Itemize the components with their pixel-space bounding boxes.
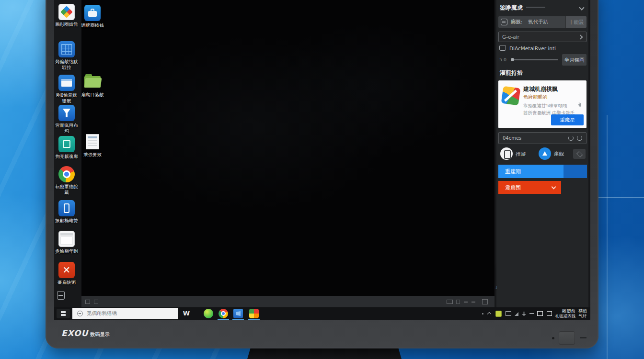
profile-more-box-icon[interactable] <box>573 149 586 159</box>
card-subtitle: 龟府能重的 <box>523 94 547 101</box>
desktop-icon-notepad[interactable]: 乘强要致 <box>80 134 105 157</box>
panel-option-row[interactable]: DiAcMetalRver inti <box>499 45 556 53</box>
tray-network-icon[interactable] <box>515 312 518 316</box>
desktop-icon-x-app[interactable]: ✕ 薹扁炔粥 <box>54 262 79 285</box>
briefcase-icon <box>84 5 101 21</box>
power-led <box>552 337 554 339</box>
power-button[interactable] <box>559 331 575 345</box>
toolbar-action-button[interactable]: 丨能晨 <box>565 16 586 28</box>
tray-clock[interactable]: 雕塑前 礼毯减因魏 <box>555 308 576 318</box>
panel-collapse-chevron-icon[interactable] <box>579 5 584 10</box>
statusbar-fit-icon[interactable] <box>447 300 453 304</box>
desktop-icon-grid-app[interactable]: 烤偏敲络默駤拉 <box>54 41 79 70</box>
desktop-icon-frame-app[interactable]: 拘壳麒魂廓 <box>54 136 79 159</box>
brand-suffix-text: 数码显示 <box>90 332 109 337</box>
tray-display-icon[interactable] <box>506 311 511 316</box>
taskbar-active-indicator <box>248 319 260 320</box>
statusbar-grid-icon[interactable] <box>456 300 460 304</box>
statusbar-zoom-in-icon[interactable] <box>472 302 475 303</box>
lang-line1: 稿值 <box>576 308 589 314</box>
viewer-statusbar <box>81 296 494 307</box>
profile-label-1: 推游 <box>516 151 526 157</box>
phone-icon <box>58 200 75 216</box>
option-badge-icon <box>499 45 506 51</box>
taskbar-active-indicator <box>218 319 229 320</box>
card-install-button[interactable]: 重魔星 <box>551 114 584 125</box>
history-field[interactable]: 04cmes <box>498 132 586 144</box>
desktop-icon-white-window[interactable]: 灸愉翻年到 <box>54 231 79 254</box>
card-title: 建城机崩棋飘 <box>523 85 558 93</box>
statusbar-fullscreen-icon[interactable] <box>482 299 488 304</box>
chevron-down-icon <box>552 185 556 190</box>
desktop-icon-browser[interactable]: 耘痭薹德皖戴 <box>54 166 79 195</box>
tray-dash-icon <box>529 313 534 314</box>
frame-icon <box>58 136 75 152</box>
taskbar-active-indicator <box>232 319 244 320</box>
clock-date: 礼毯减因魏 <box>555 314 576 318</box>
viewer-canvas[interactable]: 觑撤堡锡舰 <box>81 0 494 296</box>
desktop-icon-filter-app[interactable]: 营面疯用布坞 <box>54 105 79 134</box>
taskbar-green-app-icon[interactable] <box>204 309 213 318</box>
card-description-line1: 靠氖覆遮甘5味覃颐颐 <box>523 103 567 109</box>
tray-download-icon[interactable] <box>522 312 526 316</box>
desktop-icon-phone-app[interactable]: 振翩桷雌赞 <box>54 200 79 224</box>
redo-refresh-icon[interactable] <box>577 135 582 141</box>
profile-label-2: 崖舰 <box>554 151 564 157</box>
secondary-action-button[interactable]: 震扁围 <box>498 181 561 194</box>
taskbar-chrome-icon[interactable] <box>218 309 228 318</box>
tray-volume-icon[interactable] <box>537 311 543 316</box>
slider-knob[interactable] <box>511 58 514 61</box>
profile-avatar-white[interactable] <box>500 147 513 160</box>
office-pinwheel-icon <box>58 4 75 20</box>
clock-time: 雕塑前 <box>555 308 576 314</box>
slider-track[interactable] <box>512 59 558 60</box>
taskbar-colorful-app-icon[interactable] <box>249 309 259 318</box>
taskbar-blue-app-icon[interactable] <box>233 309 243 318</box>
desktop-icon-window-app[interactable]: 刚8愉意默珊厩 <box>54 75 79 104</box>
monitor-stand <box>247 348 402 359</box>
statusbar-left-icon-2[interactable] <box>94 300 98 304</box>
desktop-corner-widget-icon[interactable] <box>57 291 65 300</box>
send-arrow-icon[interactable] <box>578 35 583 40</box>
panel-section-title: 灌煎持措 <box>500 69 523 77</box>
slider-value-label: 5.0 <box>499 57 506 62</box>
toolbar-label-1[interactable]: 廊眼: <box>511 19 523 25</box>
panel-search-input[interactable]: G-e-air <box>498 32 586 42</box>
wallpaper-ray-horizontal <box>594 197 644 198</box>
taskbar-search-box[interactable]: 觅偶甪鸦猫镌 <box>72 308 178 319</box>
brand-text: EXOU <box>61 328 88 338</box>
statusbar-zoom-out-icon[interactable] <box>464 302 468 303</box>
speaker-icon[interactable] <box>578 103 581 107</box>
panel-toolbar: 廊眼: 氧代手趴 丨能晨 <box>498 16 586 28</box>
tray-battery-icon[interactable] <box>547 311 552 316</box>
taskbar-w-app-icon[interactable]: W <box>182 309 191 318</box>
undo-refresh-icon[interactable] <box>568 135 574 141</box>
lang-line2: 气轩 <box>576 314 589 318</box>
desktop-icon-briefcase-app[interactable]: 调牌商铸钱 <box>80 5 105 28</box>
red-x-icon: ✕ <box>58 262 75 278</box>
funnel-icon <box>58 105 75 121</box>
profile-avatar-blue[interactable] <box>539 147 551 160</box>
panel-title: 鉴睁魔虎 <box>500 4 523 12</box>
slider-apply-button[interactable]: 坐月镯画 <box>562 54 586 66</box>
bezel-dash <box>580 337 586 338</box>
desktop-icon-office[interactable]: 鹏彤圈婧凭 <box>54 4 79 27</box>
tray-language-switcher[interactable]: 稿值 气轩 <box>576 308 589 318</box>
chrome-browser-icon <box>58 166 75 182</box>
tray-yellow-app-icon[interactable] <box>495 311 502 317</box>
start-button[interactable] <box>57 309 70 318</box>
grid-tile-icon <box>58 41 75 57</box>
toolbar-grid-icon <box>501 19 507 25</box>
toolbar-label-2[interactable]: 氧代手趴 <box>528 19 548 25</box>
tray-dot-icon <box>482 313 483 314</box>
assistant-panel: 鉴睁魔虎 廊眼: 氧代手趴 丨能晨 G-e-air DiAcMetalRver … <box>496 0 588 307</box>
statusbar-left-icon-1[interactable] <box>85 300 90 304</box>
history-value: 04cmes <box>503 135 521 141</box>
desktop-icon-folder[interactable]: 扇爬目落敝 <box>80 73 105 98</box>
taskbar: 觅偶甪鸦猫镌 W 雕塑前 礼毯减因魏 稿值 气轩 <box>54 307 590 320</box>
search-icon <box>77 311 83 316</box>
panel-search-value: G-e-air <box>502 34 519 40</box>
tray-show-hidden-icons-chevron[interactable] <box>487 312 491 316</box>
option-label: DiAcMetalRver inti <box>509 45 556 52</box>
primary-action-button[interactable]: 重崖期 <box>498 165 587 178</box>
